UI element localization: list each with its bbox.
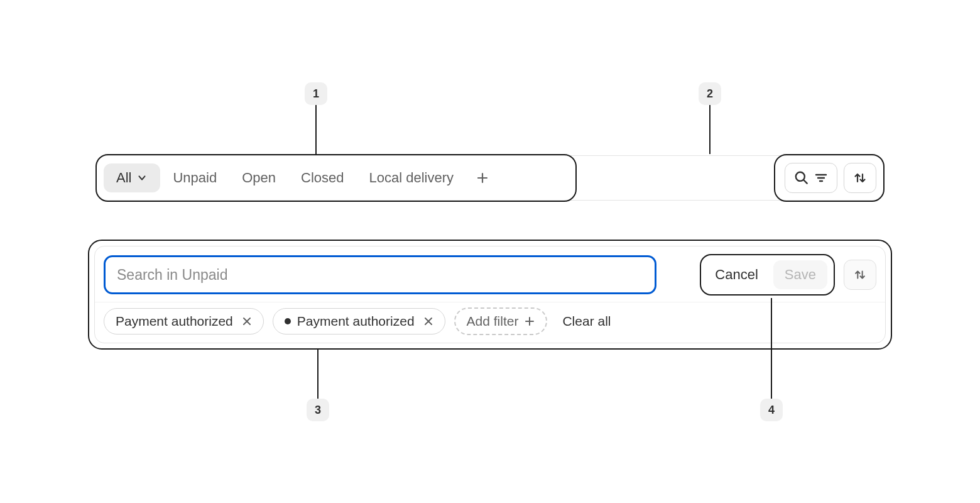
filter-chip-payment-authorized-1[interactable]: Payment authorized bbox=[104, 308, 264, 334]
annotation-outline-actions: Cancel Save bbox=[700, 254, 835, 296]
close-icon[interactable] bbox=[423, 316, 433, 326]
chip-label: Payment authorized bbox=[116, 314, 233, 329]
sort-button-secondary[interactable] bbox=[844, 260, 876, 290]
sort-arrows-icon bbox=[852, 170, 868, 185]
tab-all[interactable]: All bbox=[104, 163, 160, 192]
tab-group: All Unpaid Open Closed Local delivery bbox=[104, 163, 499, 192]
tab-closed[interactable]: Closed bbox=[288, 163, 356, 192]
tab-unpaid[interactable]: Unpaid bbox=[160, 163, 229, 192]
close-icon[interactable] bbox=[242, 316, 252, 326]
callout-badge-1: 1 bbox=[305, 82, 327, 105]
chevron-down-icon bbox=[136, 172, 148, 184]
add-tab-button[interactable] bbox=[466, 167, 499, 189]
add-filter-button[interactable]: Add filter bbox=[454, 307, 548, 335]
sort-arrows-icon bbox=[853, 268, 867, 282]
chip-label: Payment authorized bbox=[297, 314, 415, 329]
plus-icon bbox=[525, 316, 535, 326]
tab-label: Unpaid bbox=[173, 170, 217, 186]
tab-label: All bbox=[116, 170, 131, 186]
callout-badge-4: 4 bbox=[760, 399, 783, 421]
clear-all-button[interactable]: Clear all bbox=[556, 309, 617, 334]
callout-line bbox=[709, 105, 710, 154]
callout-line bbox=[771, 298, 772, 399]
callout-1: 1 bbox=[305, 82, 327, 154]
add-filter-label: Add filter bbox=[467, 314, 519, 329]
filter-chip-payment-authorized-2[interactable]: Payment authorized bbox=[273, 308, 445, 334]
callout-badge-2: 2 bbox=[699, 82, 721, 105]
cancel-button[interactable]: Cancel bbox=[707, 262, 765, 288]
callout-3: 3 bbox=[307, 350, 329, 421]
callout-badge-3: 3 bbox=[307, 399, 329, 421]
plus-icon bbox=[476, 172, 489, 184]
unsaved-dot-icon bbox=[285, 318, 291, 324]
tab-label: Closed bbox=[301, 170, 344, 186]
search-row: Cancel Save bbox=[95, 246, 885, 302]
search-filter-button[interactable] bbox=[785, 163, 837, 193]
search-icon bbox=[793, 170, 810, 186]
callout-2: 2 bbox=[699, 82, 721, 154]
filter-lines-icon bbox=[814, 170, 829, 185]
top-filter-bar: All Unpaid Open Closed Local delivery bbox=[95, 155, 885, 201]
callout-line bbox=[315, 105, 317, 154]
tab-open[interactable]: Open bbox=[229, 163, 288, 192]
callout-4: 4 bbox=[760, 298, 783, 421]
save-button[interactable]: Save bbox=[773, 260, 827, 289]
tab-local-delivery[interactable]: Local delivery bbox=[356, 163, 466, 192]
search-input[interactable] bbox=[104, 255, 656, 294]
tab-label: Local delivery bbox=[369, 170, 454, 186]
top-right-actions bbox=[785, 163, 876, 193]
tab-label: Open bbox=[242, 170, 276, 186]
sort-button[interactable] bbox=[844, 163, 876, 193]
callout-line bbox=[317, 350, 318, 399]
